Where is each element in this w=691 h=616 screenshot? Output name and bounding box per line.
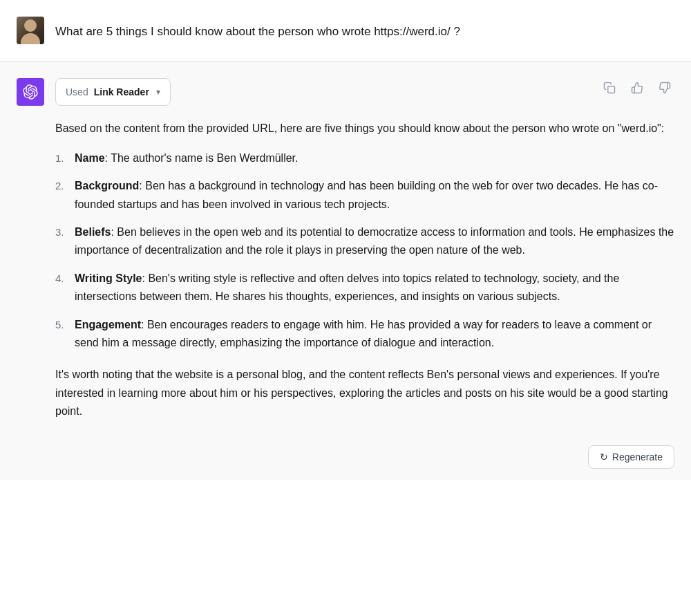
regenerate-icon: ↻ xyxy=(600,451,608,463)
assistant-content: Used Link Reader ▾ Based on the content … xyxy=(55,78,674,420)
chat-container: What are 5 things I should know about th… xyxy=(0,0,691,480)
user-avatar-image xyxy=(17,17,44,44)
thumbs-up-button[interactable] xyxy=(627,78,647,97)
assistant-message-row: Used Link Reader ▾ Based on the content … xyxy=(0,62,691,437)
regenerate-label: Regenerate xyxy=(612,451,663,463)
list-label-2: Background xyxy=(75,180,139,192)
list-text-1: : The author's name is Ben Werdmüller. xyxy=(105,152,299,164)
list-item: 3. Beliefs: Ben believes in the open web… xyxy=(55,223,674,260)
list-number-1: 1. xyxy=(55,149,69,167)
list-item-content-4: Writing Style: Ben's writing style is re… xyxy=(75,270,674,306)
plugin-badge-name: Link Reader xyxy=(94,84,149,100)
svg-rect-0 xyxy=(608,86,615,93)
list-label-4: Writing Style xyxy=(75,272,142,284)
list-item: 1. Name: The author's name is Ben Werdmü… xyxy=(55,149,674,167)
plugin-badge[interactable]: Used Link Reader ▾ xyxy=(55,78,171,106)
list-item: 4. Writing Style: Ben's writing style is… xyxy=(55,270,674,306)
list-item: 2. Background: Ben has a background in t… xyxy=(55,177,674,214)
list-number-2: 2. xyxy=(55,177,69,195)
thumbs-down-button[interactable] xyxy=(655,78,674,97)
list-item: 5. Engagement: Ben encourages readers to… xyxy=(55,316,674,353)
response-list: 1. Name: The author's name is Ben Werdmü… xyxy=(55,149,674,353)
regenerate-area: ↻ Regenerate xyxy=(0,437,691,480)
action-icons xyxy=(600,78,674,97)
assistant-avatar xyxy=(17,78,44,106)
list-text-2: : Ben has a background in technology and… xyxy=(75,180,658,209)
list-label-3: Beliefs xyxy=(75,226,111,238)
user-message-row: What are 5 things I should know about th… xyxy=(0,0,691,62)
list-item-content-5: Engagement: Ben encourages readers to en… xyxy=(75,316,674,353)
list-item-content-2: Background: Ben has a background in tech… xyxy=(75,177,674,214)
list-item-content-3: Beliefs: Ben believes in the open web an… xyxy=(75,223,674,260)
list-label-1: Name xyxy=(75,152,105,164)
list-item-content-1: Name: The author's name is Ben Werdmülle… xyxy=(75,149,674,167)
user-message-text: What are 5 things I should know about th… xyxy=(55,17,460,41)
user-avatar xyxy=(17,17,44,44)
response-footer: It's worth noting that the website is a … xyxy=(55,366,674,420)
response-intro: Based on the content from the provided U… xyxy=(55,120,674,138)
list-text-5: : Ben encourages readers to engage with … xyxy=(75,319,652,348)
regenerate-button[interactable]: ↻ Regenerate xyxy=(588,445,674,469)
openai-logo-icon xyxy=(23,84,38,100)
plugin-badge-prefix: Used xyxy=(66,84,88,100)
list-text-4: : Ben's writing style is reflective and … xyxy=(75,272,619,302)
list-number-4: 4. xyxy=(55,270,69,288)
list-label-5: Engagement xyxy=(75,319,141,330)
list-number-5: 5. xyxy=(55,316,69,334)
chevron-down-icon: ▾ xyxy=(156,86,160,99)
copy-button[interactable] xyxy=(600,78,619,97)
list-text-3: : Ben believes in the open web and its p… xyxy=(75,226,674,256)
list-number-3: 3. xyxy=(55,223,69,241)
